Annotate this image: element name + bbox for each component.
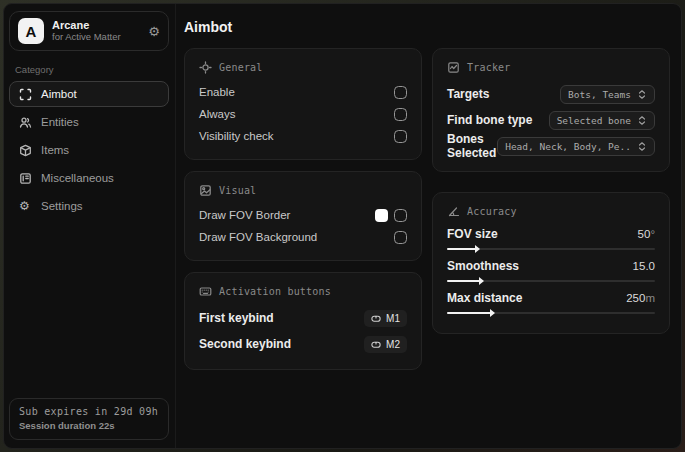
- second-keybind-row: Second keybind M2: [199, 331, 407, 357]
- sidebar-item-entities[interactable]: Entities: [9, 109, 169, 135]
- activation-header: Activation buttons: [199, 285, 407, 298]
- general-header: General: [199, 61, 407, 74]
- category-label: Category: [15, 64, 169, 75]
- row-label: Visibility check: [199, 130, 274, 142]
- brand-text: Arcane for Active Matter: [52, 19, 140, 43]
- left-column: General Enable Always Visibility check: [184, 48, 422, 370]
- row-label: Smoothness: [447, 259, 519, 273]
- fov-size-slider[interactable]: [447, 248, 655, 250]
- max-distance-slider[interactable]: [447, 312, 655, 314]
- angle-icon: [447, 205, 460, 218]
- draw-fov-background-checkbox[interactable]: [394, 231, 407, 244]
- sidebar: A Arcane for Active Matter ⚙ Category: [4, 4, 176, 448]
- row-label: Always: [199, 108, 235, 120]
- sidebar-item-settings[interactable]: ⚙ Settings: [9, 193, 169, 219]
- sidebar-item-label: Miscellaneous: [41, 172, 114, 184]
- row-label: Targets: [447, 87, 489, 101]
- unfold-icon: [637, 89, 647, 100]
- sidebar-item-label: Entities: [41, 116, 79, 128]
- section-title: General: [219, 62, 263, 73]
- enable-checkbox[interactable]: [394, 86, 407, 99]
- category-nav: Aimbot Entities: [9, 81, 169, 219]
- draw-fov-border-checkbox[interactable]: [394, 209, 407, 222]
- visual-section: Visual Draw FOV Border Draw FOV Backgrou…: [184, 171, 422, 261]
- slider-thumb[interactable]: [475, 245, 480, 253]
- targets-dropdown[interactable]: Bots, Teams: [560, 85, 655, 104]
- mouse-icon: [371, 339, 381, 350]
- dropdown-value: Head, Neck, Body, Pe..: [505, 141, 631, 152]
- brand-card: A Arcane for Active Matter ⚙: [9, 11, 169, 51]
- sidebar-item-aimbot[interactable]: Aimbot: [9, 81, 169, 107]
- row-label: FOV size: [447, 227, 498, 241]
- slider-value: 50°: [638, 228, 655, 240]
- visibility-check-checkbox[interactable]: [394, 130, 407, 143]
- slider-thumb[interactable]: [479, 277, 484, 285]
- game-backdrop: A Arcane for Active Matter ⚙ Category: [0, 0, 685, 452]
- subscription-info: Sub expires in 29d 09h Session duration …: [9, 398, 169, 440]
- page-title: Aimbot: [184, 19, 671, 35]
- cube-icon: [19, 144, 32, 157]
- general-section: General Enable Always Visibility check: [184, 48, 422, 160]
- people-icon: [19, 116, 32, 129]
- arcane-logo: A: [18, 18, 44, 44]
- keyboard-icon: [199, 285, 212, 298]
- bones-selected-row: Bones Selected Head, Neck, Body, Pe..: [447, 133, 655, 159]
- section-title: Tracker: [467, 62, 511, 73]
- sidebar-item-items[interactable]: Items: [9, 137, 169, 163]
- row-label: Max distance: [447, 291, 522, 305]
- mouse-icon: [371, 313, 381, 324]
- app-name: Arcane: [52, 19, 140, 32]
- row-label: Second keybind: [199, 337, 291, 351]
- fov-border-color-swatch[interactable]: [375, 209, 388, 222]
- gear-icon[interactable]: ⚙: [148, 24, 160, 39]
- find-bone-type-dropdown[interactable]: Selected bone: [549, 111, 655, 130]
- row-label: Draw FOV Background: [199, 231, 317, 243]
- arcane-menu-window: A Arcane for Active Matter ⚙ Category: [3, 3, 682, 449]
- activation-buttons-section: Activation buttons First keybind M1: [184, 272, 422, 370]
- draw-fov-background-row: Draw FOV Background: [199, 226, 407, 248]
- accuracy-header: Accuracy: [447, 205, 655, 218]
- row-label: First keybind: [199, 311, 274, 325]
- smoothness-slider-block: Smoothness 15.0: [447, 257, 655, 282]
- dropdown-value: Bots, Teams: [568, 89, 631, 100]
- sidebar-item-miscellaneous[interactable]: Miscellaneous: [9, 165, 169, 191]
- slider-fill: [447, 248, 476, 250]
- row-label: Draw FOV Border: [199, 209, 290, 221]
- always-checkbox[interactable]: [394, 108, 407, 121]
- dropdown-value: Selected bone: [557, 115, 631, 126]
- bones-selected-dropdown[interactable]: Head, Neck, Body, Pe..: [497, 137, 655, 156]
- image-icon: [199, 184, 212, 197]
- viewfinder-icon: [19, 88, 32, 101]
- targets-row: Targets Bots, Teams: [447, 81, 655, 107]
- unfold-icon: [637, 115, 647, 126]
- radar-icon: [447, 61, 460, 74]
- row-label: Find bone type: [447, 113, 532, 127]
- slider-fill: [447, 312, 491, 314]
- smoothness-slider[interactable]: [447, 280, 655, 282]
- first-keybind-row: First keybind M1: [199, 305, 407, 331]
- slider-value: 250m: [626, 292, 655, 304]
- row-label: Enable: [199, 86, 235, 98]
- tracker-header: Tracker: [447, 61, 655, 74]
- second-keybind-button[interactable]: M2: [364, 336, 407, 353]
- find-bone-type-row: Find bone type Selected bone: [447, 107, 655, 133]
- sidebar-item-label: Items: [41, 144, 69, 156]
- slider-fill: [447, 280, 480, 282]
- accuracy-section: Accuracy FOV size 50°: [432, 192, 670, 334]
- tracker-section: Tracker Targets Bots, Teams: [432, 48, 670, 172]
- right-column: Tracker Targets Bots, Teams: [432, 48, 670, 334]
- gear-icon: ⚙: [19, 199, 32, 213]
- crosshair-icon: [199, 61, 212, 74]
- visual-header: Visual: [199, 184, 407, 197]
- draw-fov-border-row: Draw FOV Border: [199, 204, 407, 226]
- section-title: Activation buttons: [219, 286, 331, 297]
- sidebar-spacer: [9, 219, 169, 398]
- section-title: Accuracy: [467, 206, 517, 217]
- max-distance-slider-block: Max distance 250m: [447, 289, 655, 314]
- slider-thumb[interactable]: [490, 309, 495, 317]
- always-row: Always: [199, 103, 407, 125]
- slider-value: 15.0: [633, 260, 655, 272]
- visibility-check-row: Visibility check: [199, 125, 407, 147]
- unfold-icon: [637, 141, 647, 152]
- first-keybind-button[interactable]: M1: [364, 310, 407, 327]
